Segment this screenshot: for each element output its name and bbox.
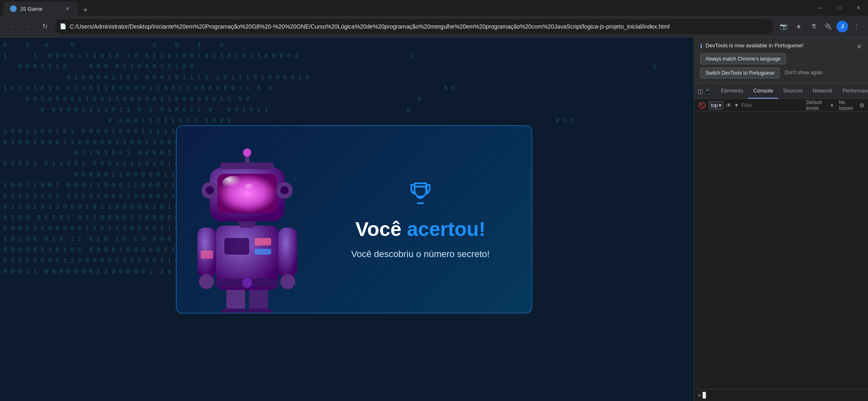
tab-network[interactable]: Network — [808, 84, 838, 99]
filter-input[interactable] — [742, 102, 804, 108]
devtools-toolbar: ◫ 📱 Elements Console Sources Network Per… — [694, 84, 868, 99]
game-card: Você acertou! Você descobriu o número se… — [176, 125, 532, 314]
dont-show-again-button[interactable]: Don't show again — [783, 68, 824, 78]
svg-point-25 — [243, 148, 251, 157]
eye-button[interactable]: 👁 — [726, 102, 732, 109]
context-selector-label: top — [711, 102, 718, 108]
lock-icon: 📄 — [60, 23, 66, 29]
mobile-toggle-button[interactable]: 📱 — [704, 86, 711, 97]
svg-rect-13 — [278, 228, 297, 277]
svg-rect-6 — [255, 238, 271, 245]
win-title-normal: Você — [355, 218, 407, 240]
svg-point-9 — [242, 278, 252, 288]
devtools-notification: ℹ DevTools is now available in Portugues… — [694, 37, 868, 84]
browser-chrome: JS Game ✕ + — □ ✕ ← → ↻ 📄 C:/Users/Admin… — [0, 0, 868, 37]
info-icon: ℹ — [700, 43, 702, 49]
notif-header: ℹ DevTools is now available in Portugues… — [700, 42, 862, 49]
robot-area — [177, 126, 318, 313]
svg-rect-3 — [247, 309, 272, 313]
tab-bar: JS Game ✕ + — □ ✕ — [0, 0, 868, 16]
svg-point-22 — [206, 186, 214, 194]
new-tab-button[interactable]: + — [80, 4, 91, 16]
tab-elements[interactable]: Elements — [716, 84, 748, 99]
default-levels-chevron: ▾ — [831, 102, 833, 108]
toolbar-actions: 📷 ★ ⚗ 🔌 J ⋮ — [777, 20, 863, 33]
notif-close-button[interactable]: ✕ — [854, 41, 864, 51]
svg-rect-2 — [221, 309, 246, 313]
always-match-button[interactable]: Always match Chrome's language — [700, 53, 786, 64]
svg-rect-26 — [220, 163, 274, 169]
address-input-wrap[interactable]: 📄 C:/Users/Administrator/Desktop/Inician… — [55, 19, 773, 34]
no-issues-label: No Issues — [839, 100, 857, 111]
console-cursor[interactable] — [703, 392, 706, 399]
tab-performance[interactable]: Performance — [837, 84, 868, 99]
profile-button[interactable]: J — [836, 21, 848, 32]
tab-title: JS Game — [20, 6, 61, 12]
default-levels-label: Default levels — [806, 100, 830, 111]
extension-button[interactable]: ⚗ — [807, 20, 820, 33]
console-content: > — [694, 112, 868, 401]
maximize-button[interactable]: □ — [830, 0, 849, 16]
address-bar: ← → ↻ 📄 C:/Users/Administrator/Desktop/I… — [0, 16, 868, 37]
chevron-down-icon: ▾ — [719, 102, 721, 108]
notif-buttons: Always match Chrome's language Switch De… — [700, 53, 862, 78]
win-title-highlight: acertou! — [407, 218, 485, 240]
dock-side-button[interactable]: ◫ — [698, 86, 703, 97]
notif-title: DevTools is now available in Portuguese! — [706, 42, 803, 49]
address-text: C:/Users/Administrator/Desktop/Iniciante… — [70, 23, 769, 30]
win-title: Você acertou! — [355, 218, 485, 241]
menu-button[interactable]: ⋮ — [850, 20, 863, 33]
context-selector[interactable]: top ▾ — [709, 101, 723, 109]
console-settings-button[interactable]: ⚙ — [859, 102, 865, 109]
back-button[interactable]: ← — [5, 20, 18, 33]
filter-label: ▼ — [734, 102, 739, 108]
console-input-area: > — [694, 389, 868, 401]
tab-sources[interactable]: Sources — [778, 84, 808, 99]
bookmark-button[interactable]: ★ — [792, 20, 805, 33]
trophy-icon — [407, 179, 434, 209]
console-prompt: > — [698, 392, 701, 399]
svg-point-11 — [199, 274, 214, 289]
robot-illustration — [177, 126, 318, 313]
main-area: 0 1 0 0 1 0 1 0 1 1 0 0 0 0 1 1 1 0 1 0 … — [0, 37, 868, 401]
win-subtitle: Você descobriu o número secreto! — [351, 249, 490, 260]
browser-tab[interactable]: JS Game ✕ — [3, 2, 78, 16]
browser-page: 0 1 0 0 1 0 1 0 1 1 0 0 0 0 1 1 1 0 1 0 … — [0, 37, 694, 401]
reload-button[interactable]: ↻ — [38, 20, 51, 33]
svg-point-19 — [245, 183, 256, 192]
svg-rect-5 — [224, 238, 249, 255]
forward-button[interactable]: → — [22, 20, 35, 33]
extension2-button[interactable]: 🔌 — [822, 20, 835, 33]
minimize-button[interactable]: — — [811, 0, 830, 16]
svg-point-23 — [280, 186, 289, 194]
tab-favicon — [10, 5, 17, 12]
svg-point-14 — [280, 274, 295, 289]
screenshot-button[interactable]: 📷 — [777, 20, 790, 33]
game-content: Você acertou! Você descobriu o número se… — [318, 163, 531, 276]
svg-rect-7 — [255, 249, 271, 255]
svg-rect-12 — [201, 250, 213, 259]
default-levels-selector[interactable]: Default levels ▾ — [806, 100, 833, 111]
window-controls: — □ ✕ — [811, 0, 868, 16]
svg-point-18 — [222, 176, 245, 191]
tab-console[interactable]: Console — [748, 84, 778, 99]
devtools-tabs: Elements Console Sources Network Perform… — [716, 84, 868, 99]
close-button[interactable]: ✕ — [849, 0, 868, 16]
devtools-panel: ℹ DevTools is now available in Portugues… — [694, 37, 868, 401]
clear-console-button[interactable]: 🚫 — [698, 100, 706, 111]
console-filter-bar: 🚫 top ▾ 👁 ▼ Default levels ▾ No Issues ⚙ — [694, 99, 868, 112]
switch-to-portuguese-button[interactable]: Switch DevTools to Portuguese — [700, 68, 780, 78]
tab-close-button[interactable]: ✕ — [64, 5, 71, 12]
